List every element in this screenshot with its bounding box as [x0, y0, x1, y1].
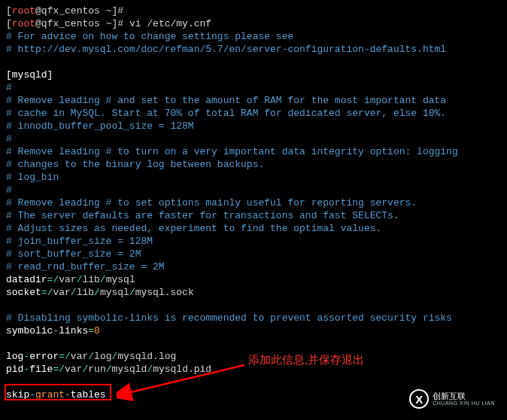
- command-text: vi /etc/my.cnf: [129, 18, 211, 29]
- watermark-text: 创新互联 CHUANG XIN HU LIAN: [433, 391, 495, 407]
- file-line: #: [6, 81, 501, 94]
- file-line: #: [6, 184, 501, 196]
- file-line: # The server defaults are faster for tra…: [6, 209, 501, 222]
- file-line: # innodb_buffer_pool_size = 128M: [6, 120, 501, 132]
- file-line-symlinks: symbolic-links=0: [6, 324, 501, 337]
- file-line: [6, 299, 501, 312]
- file-line: # Remove leading # and set to the amount…: [6, 94, 501, 107]
- file-line: # cache in MySQL. Start at 70% of total …: [6, 107, 501, 120]
- file-line: # log_bin: [6, 171, 501, 184]
- annotation-text: 添加此信息,并保存退出: [248, 353, 364, 367]
- file-line: # Remove leading # to turn on a very imp…: [6, 145, 501, 158]
- file-line: # Adjust sizes as needed, experiment to …: [6, 222, 501, 235]
- watermark: X 创新互联 CHUANG XIN HU LIAN: [397, 378, 507, 420]
- file-line-datadir: datadir=/var/lib/mysql: [6, 273, 501, 286]
- file-line: #: [6, 132, 501, 145]
- watermark-logo-icon: X: [409, 389, 429, 409]
- file-line: # sort_buffer_size = 2M: [6, 248, 501, 260]
- file-line: [6, 56, 501, 68]
- file-line: # Remove leading # to set options mainly…: [6, 196, 501, 209]
- terminal-output: [root@qfx_centos ~]# [root@qfx_centos ~]…: [6, 5, 501, 401]
- file-line: # changes to the binary log between back…: [6, 158, 501, 171]
- file-line: # join_buffer_size = 128M: [6, 235, 501, 248]
- file-line: [mysqld]: [6, 68, 501, 81]
- file-line: # Disabling symbolic-links is recommende…: [6, 312, 501, 324]
- prompt-line-1: [root@qfx_centos ~]#: [6, 5, 501, 17]
- file-line: # read_rnd_buffer_size = 2M: [6, 260, 501, 273]
- file-line: # For advice on how to change settings p…: [6, 30, 501, 43]
- file-line: [6, 337, 501, 350]
- file-line: # http://dev.mysql.com/doc/refman/5.7/en…: [6, 43, 501, 56]
- file-line-socket: socket=/var/lib/mysql/mysql.sock: [6, 286, 501, 299]
- prompt-line-2: [root@qfx_centos ~]# vi /etc/my.cnf: [6, 17, 501, 30]
